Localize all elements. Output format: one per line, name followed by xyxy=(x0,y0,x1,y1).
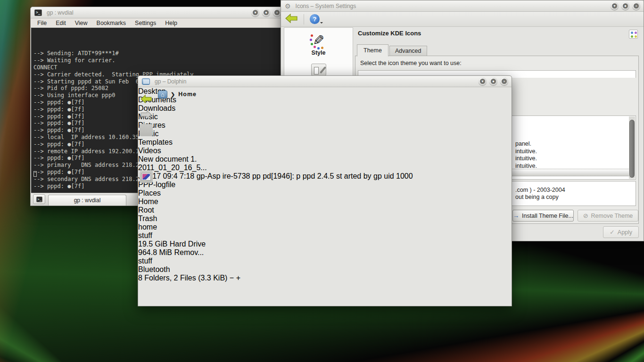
preview-icon xyxy=(142,173,150,180)
breadcrumb: Home xyxy=(154,88,446,100)
install-theme-button[interactable]: Install Theme File... xyxy=(512,210,574,222)
terminal-menubar: FileEditViewBookmarksSettingsHelp xyxy=(31,18,284,28)
konsole-window-icon xyxy=(34,9,42,16)
folder-label: Downloads xyxy=(138,104,512,113)
help-button[interactable] xyxy=(310,14,320,24)
system-settings-window-title: Icons – System Settings xyxy=(296,3,356,9)
places-item[interactable]: 964.8 MiB Remov... xyxy=(138,248,512,257)
menu-item[interactable]: Settings xyxy=(135,20,156,26)
new-tab-button[interactable] xyxy=(33,194,45,204)
columns-view-button[interactable] xyxy=(140,155,153,167)
back-button[interactable] xyxy=(140,93,153,105)
dolphin-window-icon xyxy=(142,78,150,85)
places-list: Home Root Trash home xyxy=(138,197,512,274)
theme-list-row[interactable]: intuitive. xyxy=(515,148,537,156)
description-line: out being a copy xyxy=(515,194,565,201)
theme-list-scrollbar[interactable] xyxy=(629,116,635,179)
dolphin-titlebar[interactable]: gp – Dolphin ▾ ● × xyxy=(138,76,512,87)
places-item[interactable]: Home xyxy=(138,197,512,206)
icons-view-button[interactable] xyxy=(140,124,153,136)
maximize-button[interactable]: ● xyxy=(489,77,497,85)
places-panel: Places Home Root Trash xyxy=(138,189,512,274)
file-item-new-document[interactable]: New document 1.2011_01_20_16_5... xyxy=(138,155,512,172)
breadcrumb-separator-icon xyxy=(171,91,175,98)
apply-button[interactable]: Apply xyxy=(603,226,639,238)
logfile-preview-icon: Jan 17 09:4 7:18 gp-Asp ire-5738 pp pd[1… xyxy=(138,172,512,181)
dolphin-window: gp – Dolphin ▾ ● × Home Desktop xyxy=(138,75,512,306)
theme-list-row[interactable]: panel. xyxy=(515,140,537,148)
folder-label: Public xyxy=(138,130,512,138)
file-item-ppp-logfile[interactable]: Jan 17 09:4 7:18 gp-Asp ire-5738 pp pd[1… xyxy=(138,172,512,189)
folder-item[interactable]: Public xyxy=(138,130,512,138)
menu-item[interactable]: Help xyxy=(165,20,177,26)
file-view[interactable]: Desktop Documents Downloads Music xyxy=(138,87,512,189)
places-item[interactable]: Trash xyxy=(138,214,512,223)
minimize-button[interactable]: ▾ xyxy=(479,77,487,85)
minimize-button[interactable]: ▾ xyxy=(611,2,619,10)
zoom-out-icon[interactable]: − xyxy=(230,274,234,282)
terminal-tab[interactable]: gp : wvdial xyxy=(48,195,126,206)
terminal-titlebar[interactable]: gp : wvdial ▾ ● × xyxy=(31,7,284,18)
folder-item[interactable]: Templates xyxy=(138,138,512,147)
folder-item[interactable]: Videos xyxy=(138,147,512,155)
zoom-in-icon[interactable]: + xyxy=(236,274,240,282)
places-item[interactable]: stuff xyxy=(138,257,512,265)
no-entry-icon xyxy=(583,212,588,219)
system-settings-titlebar[interactable]: Icons – System Settings ▾ ● × xyxy=(281,0,644,12)
folder-label: Music xyxy=(138,113,512,121)
menu-item[interactable]: Edit xyxy=(56,20,66,26)
folder-label: Pictures xyxy=(138,121,512,130)
terminal-cursor xyxy=(33,171,37,177)
terminal-line: CONNECT xyxy=(33,64,281,71)
scrollbar-thumb[interactable] xyxy=(629,120,635,178)
overview-icon[interactable] xyxy=(629,30,638,39)
check-icon xyxy=(610,229,615,236)
terminal-line: --> Sending: ATDT*99***1# xyxy=(33,50,281,57)
home-icon[interactable] xyxy=(158,90,167,99)
remove-theme-button[interactable]: Remove Theme xyxy=(578,210,638,222)
folder-item[interactable]: Pictures xyxy=(138,121,512,130)
install-icon xyxy=(513,212,519,219)
icon-theme-select-label: Select the icon theme you want to use: xyxy=(360,60,462,66)
maximize-button[interactable]: ● xyxy=(621,2,629,10)
menu-item[interactable]: Bookmarks xyxy=(97,20,126,26)
file-label: PPP-logfile xyxy=(138,181,512,189)
hardware-category-icon[interactable] xyxy=(311,64,326,76)
places-item[interactable]: Bluetooth xyxy=(138,265,512,274)
places-item[interactable]: stuff xyxy=(138,231,512,240)
style-category-icon[interactable] xyxy=(313,33,324,49)
back-button[interactable] xyxy=(285,13,298,25)
places-item[interactable]: Root xyxy=(138,206,512,214)
close-button[interactable]: × xyxy=(632,2,640,10)
terminal-line: --> Waiting for carrier. xyxy=(33,57,281,64)
style-category-label[interactable]: Style xyxy=(284,49,353,56)
folder-label: Templates xyxy=(138,138,512,147)
theme-list-row[interactable]: intuitive. xyxy=(515,155,537,163)
breadcrumb-location[interactable]: Home xyxy=(178,91,197,98)
page-title: Customize KDE Icons xyxy=(358,30,421,37)
system-settings-window-icon xyxy=(285,2,291,10)
places-item[interactable]: home xyxy=(138,223,512,231)
forward-button[interactable] xyxy=(140,108,153,121)
details-view-button[interactable] xyxy=(140,140,153,152)
folder-item[interactable]: Downloads xyxy=(138,104,512,113)
terminal-window-title: gp : wvdial xyxy=(47,9,74,16)
places-item[interactable]: 19.5 GiB Hard Drive xyxy=(138,240,512,248)
system-settings-toolbar xyxy=(281,12,644,27)
close-button[interactable]: × xyxy=(273,8,281,16)
menu-item[interactable]: View xyxy=(75,20,88,26)
close-button[interactable]: × xyxy=(500,77,508,85)
tab-advanced[interactable]: Advanced xyxy=(389,46,427,56)
description-line: .com ) - 2003-2004 xyxy=(515,187,565,194)
minimize-button[interactable]: ▾ xyxy=(251,8,259,16)
terminal-icon xyxy=(36,197,42,202)
preview-button[interactable] xyxy=(140,171,153,183)
maximize-button[interactable]: ● xyxy=(262,8,270,16)
folder-item[interactable]: Music xyxy=(138,113,512,121)
folder-label: Videos xyxy=(138,147,512,155)
tab-theme[interactable]: Theme xyxy=(357,44,388,57)
menu-item[interactable]: File xyxy=(37,20,47,26)
tab-bar: Theme Advanced xyxy=(357,44,428,56)
dolphin-statusbar: 8 Folders, 2 Files (3.3 KiB) − + xyxy=(138,274,512,282)
split-view-button[interactable] xyxy=(140,186,153,198)
